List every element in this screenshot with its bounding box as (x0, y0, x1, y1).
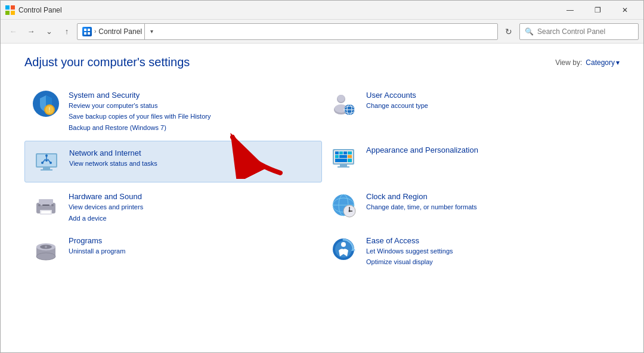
svg-rect-23 (41, 169, 52, 171)
user-accounts-name[interactable]: User Accounts (366, 91, 428, 100)
hardware-sound-link-1[interactable]: View devices and printers (69, 203, 143, 212)
category-system-security: ! System and Security Review your comput… (24, 83, 322, 138)
category-clock-region: Clock and Region Change date, time, or n… (322, 185, 620, 229)
svg-rect-36 (339, 151, 343, 154)
category-network-internet: Network and Internet View network status… (24, 141, 322, 182)
category-user-accounts: User Accounts Change account type (322, 83, 620, 138)
svg-rect-45 (39, 199, 53, 205)
appearance-text: Appearance and Personalization (366, 144, 478, 154)
svg-point-24 (45, 159, 48, 162)
svg-rect-1 (11, 5, 15, 10)
hardware-sound-icon (32, 191, 60, 219)
titlebar: Control Panel — ❐ ✕ (1, 1, 643, 20)
svg-point-67 (341, 242, 346, 247)
user-accounts-icon (329, 89, 358, 118)
svg-rect-2 (5, 11, 10, 15)
svg-rect-4 (84, 29, 86, 31)
svg-rect-39 (335, 155, 339, 158)
up-button[interactable]: ↑ (59, 24, 75, 39)
svg-rect-43 (348, 159, 352, 162)
programs-text: Programs Uninstall a program (69, 235, 125, 256)
programs-link-1[interactable]: Uninstall a program (69, 247, 125, 256)
page-title: Adjust your computer's settings (24, 55, 190, 69)
svg-point-48 (38, 204, 41, 206)
ease-of-access-icon (329, 235, 358, 264)
svg-rect-47 (41, 211, 51, 213)
svg-text:!: ! (49, 107, 51, 113)
search-input[interactable] (537, 27, 633, 36)
svg-rect-35 (335, 151, 339, 154)
ease-of-access-link-2[interactable]: Optimize visual display (366, 258, 453, 267)
window: Control Panel — ❐ ✕ ← → ⌄ ↑ › Control Pa… (0, 0, 644, 353)
svg-rect-6 (84, 32, 86, 35)
refresh-button[interactable]: ↻ (500, 23, 517, 40)
system-security-link-2[interactable]: Save backup copies of your files with Fi… (69, 112, 210, 121)
window-icon (5, 5, 15, 15)
svg-rect-42 (335, 159, 347, 162)
system-security-text: System and Security Review your computer… (69, 89, 210, 132)
hardware-sound-name[interactable]: Hardware and Sound (69, 192, 143, 201)
category-hardware-sound: Hardware and Sound View devices and prin… (24, 185, 322, 229)
svg-rect-22 (43, 168, 50, 169)
clock-region-name[interactable]: Clock and Region (366, 192, 477, 201)
svg-point-14 (338, 95, 345, 102)
svg-point-63 (45, 246, 47, 248)
programs-name[interactable]: Programs (69, 236, 125, 245)
search-box[interactable]: 🔍 (519, 23, 639, 40)
svg-rect-38 (348, 151, 352, 154)
svg-rect-50 (42, 205, 49, 206)
ease-of-access-name[interactable]: Ease of Access (366, 236, 453, 245)
programs-icon (32, 235, 60, 264)
view-by-dropdown[interactable]: Category ▾ (586, 58, 620, 67)
hardware-sound-link-2[interactable]: Add a device (69, 214, 143, 223)
path-dropdown[interactable]: ▾ (144, 23, 159, 40)
svg-rect-41 (348, 155, 352, 158)
svg-rect-0 (5, 5, 10, 10)
svg-point-26 (45, 154, 48, 157)
forward-button[interactable]: → (23, 24, 39, 39)
path-label: Control Panel (98, 27, 142, 36)
ease-of-access-text: Ease of Access Let Windows suggest setti… (366, 235, 453, 267)
svg-rect-40 (339, 155, 347, 158)
appearance-icon (329, 144, 358, 173)
back-button[interactable]: ← (5, 24, 21, 39)
system-security-icon: ! (32, 89, 60, 118)
system-security-link-3[interactable]: Backup and Restore (Windows 7) (69, 123, 210, 132)
view-by: View by: Category ▾ (555, 58, 620, 67)
svg-rect-34 (338, 166, 349, 168)
control-panel-path-icon (82, 27, 92, 36)
main-content: Adjust your computer's settings View by:… (1, 44, 643, 352)
category-ease-of-access: Ease of Access Let Windows suggest setti… (322, 229, 620, 273)
svg-rect-37 (343, 151, 347, 154)
network-internet-link-1[interactable]: View network status and tasks (69, 159, 157, 168)
network-internet-name[interactable]: Network and Internet (69, 148, 157, 157)
svg-point-28 (41, 162, 44, 164)
clock-region-link-1[interactable]: Change date, time, or number formats (366, 203, 477, 212)
recent-locations-button[interactable]: ⌄ (41, 24, 57, 39)
appearance-name[interactable]: Appearance and Personalization (366, 145, 478, 154)
restore-button[interactable]: ❐ (584, 1, 611, 20)
clock-region-icon (329, 191, 358, 219)
svg-rect-3 (11, 11, 15, 15)
network-internet-icon (32, 147, 61, 176)
path-separator: › (94, 28, 96, 35)
category-appearance: Appearance and Personalization (322, 138, 620, 185)
svg-point-30 (49, 162, 52, 164)
system-security-link-1[interactable]: Review your computer's status (69, 101, 210, 110)
network-internet-text: Network and Internet View network status… (69, 147, 157, 168)
ease-of-access-link-1[interactable]: Let Windows suggest settings (366, 247, 453, 256)
minimize-button[interactable]: — (556, 1, 584, 20)
search-icon: 🔍 (525, 27, 534, 36)
hardware-sound-text: Hardware and Sound View devices and prin… (69, 191, 143, 223)
close-button[interactable]: ✕ (611, 1, 639, 20)
titlebar-controls: — ❐ ✕ (556, 1, 639, 20)
addressbar: ← → ⌄ ↑ › Control Panel ▾ ↻ 🔍 (1, 20, 643, 44)
user-accounts-link-1[interactable]: Change account type (366, 101, 428, 110)
clock-region-text: Clock and Region Change date, time, or n… (366, 191, 477, 212)
svg-rect-7 (88, 32, 90, 35)
system-security-name[interactable]: System and Security (69, 91, 210, 100)
category-programs: Programs Uninstall a program (24, 229, 322, 273)
user-accounts-text: User Accounts Change account type (366, 89, 428, 110)
address-path[interactable]: › Control Panel ▾ (77, 23, 498, 40)
page-header: Adjust your computer's settings View by:… (24, 55, 620, 69)
